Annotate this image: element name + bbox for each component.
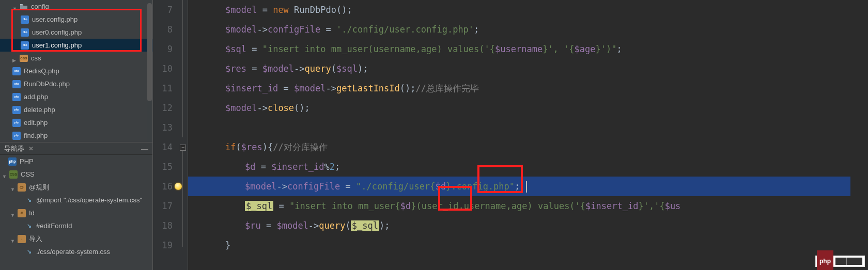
nav-php[interactable]: phpPHP (0, 155, 152, 168)
chevron-down-icon[interactable] (10, 185, 16, 190)
scrollbar-thumb[interactable] (147, 3, 152, 101)
import-icon: ↓ (18, 235, 26, 243)
nav-label: ./css/operate-system.css (36, 248, 110, 256)
nav-label: @规则 (29, 183, 49, 192)
folder-label: config (31, 3, 49, 10)
chevron-right-icon[interactable] (12, 56, 18, 61)
line-number: 14 (153, 137, 173, 157)
file-label: RunDbPdo.php (24, 80, 70, 88)
line-number: 18 (153, 216, 173, 235)
nav-label: @import "./css/operate-system.css" (36, 196, 142, 204)
watermark-decoration (835, 258, 862, 265)
file-label: user.config.php (32, 15, 78, 23)
line-number: 12 (153, 98, 173, 118)
code-line[interactable]: $model->configFile = './config/user.conf… (206, 20, 868, 39)
code-line[interactable]: $_sql = "insert into mm_user{$d}(user_id… (206, 196, 868, 216)
file-item[interactable]: add.php (0, 90, 152, 103)
code-line[interactable]: $d = $insert_id%2; (206, 157, 868, 177)
code-line[interactable] (206, 118, 868, 137)
file-label: delete.php (24, 106, 55, 114)
nav-label: CSS (21, 170, 35, 178)
folder-label: css (31, 54, 41, 62)
watermark-label: php (817, 250, 833, 270)
file-label: RedisQ.php (24, 67, 59, 75)
line-number: 10 (153, 59, 173, 78)
file-label: find.php (24, 132, 48, 139)
navigator-title: 导航器 (4, 144, 24, 153)
code-area[interactable]: $model = new RunDbPdo(); $model->configF… (188, 0, 868, 270)
fold-collapse-icon[interactable]: − (180, 145, 186, 151)
file-label: add.php (24, 93, 48, 101)
fold-guide (182, 0, 183, 137)
folder-css[interactable]: css css (0, 52, 152, 65)
code-editor[interactable]: 7 8 9 10 11 12 13 14 15 16 17 18 19 − $m… (153, 0, 868, 270)
php-file-icon (12, 93, 21, 101)
file-item[interactable]: user.config.php (0, 13, 152, 26)
file-item[interactable]: edit.php (0, 116, 152, 129)
nav-label: PHP (20, 157, 34, 165)
code-line[interactable]: $insert_id = $model->getLastInsId();//总库… (206, 78, 868, 98)
chevron-down-icon[interactable] (10, 236, 16, 242)
selector-icon: ↘ (25, 196, 33, 204)
code-line[interactable]: } (206, 235, 868, 255)
code-line[interactable]: $model->close(); (206, 98, 868, 118)
lightbulb-icon[interactable] (175, 183, 182, 190)
file-label: user0.config.php (32, 28, 82, 36)
code-line[interactable]: if($res){//对分库操作 (206, 137, 868, 157)
file-item-selected[interactable]: user1.config.php (0, 39, 152, 52)
line-number: 13 (153, 118, 173, 137)
line-number-gutter: 7 8 9 10 11 12 13 14 15 16 17 18 19 (153, 0, 179, 270)
selector-icon: ↘ (25, 222, 33, 230)
line-number: 15 (153, 157, 173, 177)
file-item[interactable]: find.php (0, 129, 152, 142)
file-label: edit.php (24, 119, 48, 126)
nav-import-section[interactable]: ↓导入 (0, 232, 152, 245)
line-number: 9 (153, 39, 173, 59)
sidebar: config user.config.php user0.config.php … (0, 0, 153, 270)
file-tree: config user.config.php user0.config.php … (0, 0, 152, 142)
code-line-active[interactable]: $model->configFile = "./config/user{$d}.… (188, 177, 850, 196)
fold-guide (182, 151, 183, 247)
minimize-icon[interactable]: — (141, 145, 148, 153)
nav-css[interactable]: CSSCSS (0, 168, 152, 181)
nav-id-item[interactable]: ↘#editFormId (0, 219, 152, 232)
file-item[interactable]: delete.php (0, 103, 152, 116)
file-label: user1.config.php (32, 41, 82, 49)
line-number: 19 (153, 235, 173, 255)
nav-label: #editFormId (36, 222, 72, 230)
php-file-icon (12, 132, 21, 140)
nav-label: 导入 (29, 234, 42, 244)
folder-config[interactable]: config (0, 0, 152, 13)
php-file-icon (12, 67, 21, 75)
at-rule-icon: @ (18, 183, 26, 192)
selector-icon: ↘ (25, 248, 33, 256)
nav-id-section[interactable]: #Id (0, 207, 152, 219)
nav-import-rule[interactable]: ↘@import "./css/operate-system.css" (0, 194, 152, 207)
file-item[interactable]: RunDbPdo.php (0, 77, 152, 90)
scrollbar-track[interactable] (147, 0, 152, 142)
code-line[interactable]: $res = $model->query($sql); (206, 59, 868, 78)
nav-rules[interactable]: @@规则 (0, 181, 152, 194)
close-icon[interactable]: ✕ (28, 145, 34, 152)
css-icon: CSS (9, 170, 18, 179)
fold-gutter: − (179, 0, 188, 270)
chevron-down-icon[interactable] (2, 172, 7, 177)
php-file-icon (12, 106, 21, 114)
highlighted-var: $_sql (245, 201, 273, 211)
line-number: 17 (153, 196, 173, 216)
line-number: 16 (153, 177, 173, 196)
php-icon: php (8, 157, 17, 166)
php-file-icon (12, 80, 21, 88)
php-file-icon (21, 41, 29, 50)
code-line[interactable]: $model = new RunDbPdo(); (206, 0, 868, 20)
folder-icon (20, 3, 28, 11)
code-line[interactable]: $sql = "insert into mm_user(username,age… (206, 39, 868, 59)
nav-import-item[interactable]: ↘./css/operate-system.css (0, 245, 152, 258)
file-item[interactable]: user0.config.php (0, 26, 152, 39)
code-line[interactable]: $ru = $model->query($_sql); (206, 216, 868, 235)
chevron-down-icon[interactable] (10, 211, 16, 216)
chevron-down-icon[interactable] (12, 4, 18, 9)
line-number: 11 (153, 78, 173, 98)
text-cursor (526, 181, 527, 193)
file-item[interactable]: RedisQ.php (0, 65, 152, 77)
